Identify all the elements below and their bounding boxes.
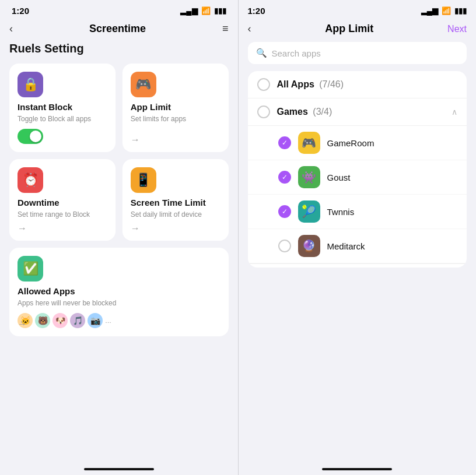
menu-button[interactable]: ≡ bbox=[222, 23, 229, 35]
allowed-apps-title: Allowed Apps bbox=[18, 286, 220, 296]
app-gameroom[interactable]: ✓ 🎮 GameRoom bbox=[248, 126, 467, 160]
screen-time-limit-arrow: → bbox=[131, 223, 140, 234]
signal-icon-right: ▂▄▆ bbox=[421, 6, 438, 15]
games-radio[interactable] bbox=[257, 105, 270, 118]
signal-icon-left: ▂▄▆ bbox=[180, 6, 197, 15]
next-button[interactable]: Next bbox=[447, 24, 467, 34]
avatar-2: 🐻 bbox=[35, 313, 50, 328]
games-count: (3/4) bbox=[313, 107, 332, 117]
meditarck-radio[interactable] bbox=[278, 240, 291, 252]
downtime-subtitle: Set time range to Block bbox=[18, 210, 107, 220]
downtime-arrow: → bbox=[18, 223, 27, 234]
screen-time-limit-title: Screen Time Limit bbox=[131, 198, 220, 207]
meditarck-icon: 🔮 bbox=[298, 235, 320, 257]
avatar-3: 🐶 bbox=[52, 313, 68, 328]
gameroom-icon: 🎮 bbox=[298, 132, 320, 154]
home-indicator-left bbox=[84, 468, 154, 470]
twnnis-name: Twnnis bbox=[327, 207, 457, 217]
cards-grid: 🔒 Instant Block Toggle to Block all apps… bbox=[9, 64, 229, 336]
card-allowed-apps[interactable]: ✅ Allowed Apps Apps here will never be b… bbox=[9, 248, 229, 336]
games-category-item[interactable]: Games (3/4) ∧ bbox=[248, 98, 467, 126]
screen-time-limit-subtitle: Set daily limit of device bbox=[131, 210, 220, 220]
left-panel: 1:20 ▂▄▆ 📶 ▮▮▮ ‹ Screentime ≡ Ruels Sett… bbox=[0, 0, 238, 475]
games-label: Games (3/4) bbox=[277, 107, 444, 117]
app-limit-arrow: → bbox=[131, 135, 140, 145]
downtime-icon: ⏰ bbox=[18, 167, 43, 193]
search-bar[interactable]: 🔍 Search apps bbox=[248, 42, 467, 64]
instant-block-title: Instant Block bbox=[18, 102, 107, 112]
search-icon: 🔍 bbox=[256, 48, 267, 58]
twnnis-icon: 🎾 bbox=[298, 200, 320, 223]
wifi-icon-left: 📶 bbox=[201, 6, 211, 15]
avatar-more: … bbox=[105, 317, 111, 324]
downtime-title: Downtime bbox=[18, 198, 107, 207]
status-icons-left: ▂▄▆ 📶 ▮▮▮ bbox=[180, 6, 226, 15]
app-limit-title: App Limit bbox=[131, 102, 220, 112]
app-limit-icon: 🎮 bbox=[131, 72, 156, 97]
battery-icon-left: ▮▮▮ bbox=[214, 6, 226, 15]
status-bar-right: 1:20 ▂▄▆ 📶 ▮▮▮ bbox=[239, 0, 476, 18]
app-goust[interactable]: ✓ 👾 Goust bbox=[248, 160, 467, 195]
gameroom-radio[interactable]: ✓ bbox=[278, 136, 291, 149]
instant-block-icon: 🔒 bbox=[18, 72, 43, 97]
screen-time-limit-icon: 📱 bbox=[131, 167, 156, 193]
app-limit-subtitle: Set limits for apps bbox=[131, 114, 220, 124]
twnnis-radio[interactable]: ✓ bbox=[278, 205, 291, 218]
all-apps-radio[interactable] bbox=[257, 78, 270, 91]
instant-block-toggle[interactable] bbox=[18, 129, 43, 144]
all-apps-item[interactable]: All Apps (7/46) bbox=[248, 71, 467, 98]
games-chevron-up: ∧ bbox=[452, 107, 457, 117]
allowed-apps-icon: ✅ bbox=[18, 256, 43, 282]
card-downtime[interactable]: ⏰ Downtime Set time range to Block → bbox=[9, 159, 116, 241]
status-bar-left: 1:20 ▂▄▆ 📶 ▮▮▮ bbox=[9, 0, 229, 18]
app-list: All Apps (7/46) Games (3/4) ∧ ✓ 🎮 GameRo… bbox=[248, 71, 467, 268]
gameroom-name: GameRoom bbox=[327, 138, 457, 148]
top-nav-right: ‹ App Limit Next bbox=[239, 18, 476, 42]
allowed-apps-avatars: 🐱 🐻 🐶 🎵 📷 … bbox=[18, 313, 220, 328]
allowed-apps-subtitle: Apps here will never be blocked bbox=[18, 298, 220, 308]
right-panel: 1:20 ▂▄▆ 📶 ▮▮▮ ‹ App Limit Next 🔍 Search… bbox=[239, 0, 476, 475]
meditarck-name: Meditarck bbox=[327, 241, 457, 251]
battery-icon-right: ▮▮▮ bbox=[454, 6, 467, 15]
goust-radio[interactable]: ✓ bbox=[278, 171, 291, 184]
avatar-4: 🎵 bbox=[70, 313, 85, 328]
time-right: 1:20 bbox=[248, 6, 265, 16]
status-icons-right: ▂▄▆ 📶 ▮▮▮ bbox=[421, 6, 467, 15]
app-twnnis[interactable]: ✓ 🎾 Twnnis bbox=[248, 195, 467, 229]
wifi-icon-right: 📶 bbox=[442, 6, 451, 15]
card-app-limit[interactable]: 🎮 App Limit Set limits for apps → bbox=[123, 64, 229, 152]
section-title: Ruels Setting bbox=[9, 42, 229, 55]
allowed-apps-arrow: → bbox=[18, 319, 27, 329]
page-title-right: App Limit bbox=[325, 23, 373, 35]
all-apps-label: All Apps (7/46) bbox=[277, 79, 457, 90]
search-input[interactable]: Search apps bbox=[272, 48, 321, 58]
top-nav-left: ‹ Screentime ≡ bbox=[9, 18, 229, 42]
home-indicator-right bbox=[322, 468, 392, 470]
toggle-thumb bbox=[30, 131, 41, 142]
time-left: 1:20 bbox=[12, 6, 29, 16]
app-meditarck[interactable]: 🔮 Meditarck bbox=[248, 229, 467, 263]
avatar-5: 📷 bbox=[88, 313, 103, 328]
goust-name: Goust bbox=[327, 173, 457, 182]
card-instant-block[interactable]: 🔒 Instant Block Toggle to Block all apps bbox=[9, 64, 116, 152]
card-screen-time-limit[interactable]: 📱 Screen Time Limit Set daily limit of d… bbox=[123, 159, 229, 241]
all-apps-count: (7/46) bbox=[319, 79, 344, 89]
back-button-left[interactable]: ‹ bbox=[9, 23, 13, 35]
goust-icon: 👾 bbox=[298, 166, 320, 188]
page-title-left: Screentime bbox=[89, 23, 146, 35]
back-button-right[interactable]: ‹ bbox=[248, 23, 251, 35]
instant-block-subtitle: Toggle to Block all apps bbox=[18, 114, 107, 124]
